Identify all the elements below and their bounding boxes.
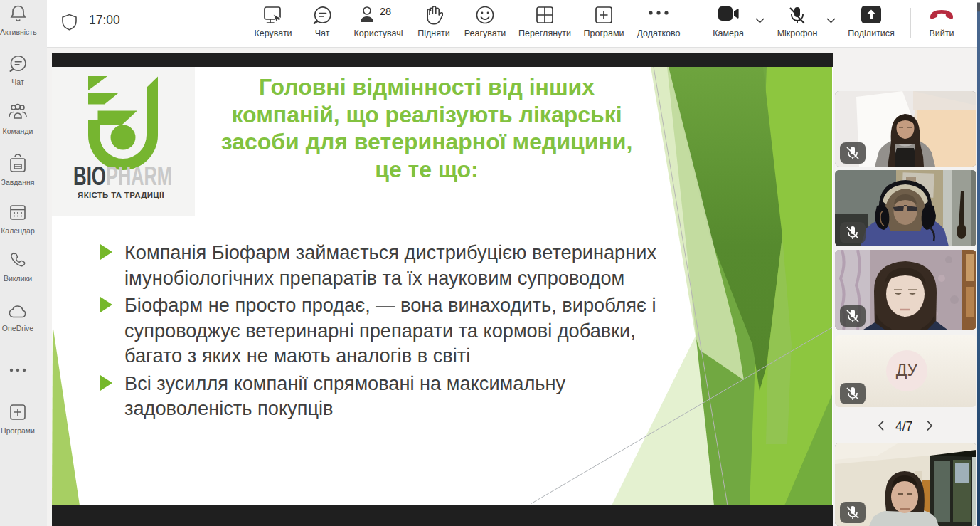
svg-text:ЯКІСТЬ ТА ТРАДИЦІЇ: ЯКІСТЬ ТА ТРАДИЦІЇ [78, 191, 164, 199]
svg-text:PHARM: PHARM [106, 162, 172, 191]
svg-text:BIO: BIO [73, 162, 106, 191]
